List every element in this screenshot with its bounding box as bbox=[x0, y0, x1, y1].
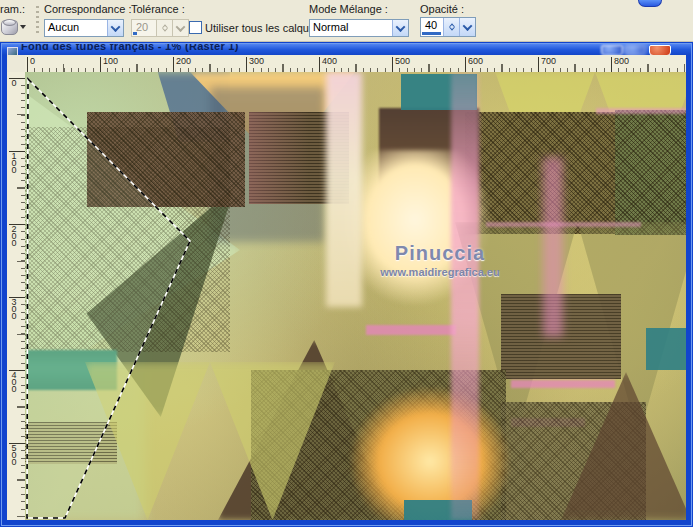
ruler-label: 0 bbox=[30, 56, 35, 66]
opacity-label: Opacité : bbox=[420, 3, 464, 15]
clipped-blue-button bbox=[638, 0, 662, 7]
spin-up-down-icon bbox=[156, 20, 172, 36]
chevron-down-icon[interactable] bbox=[459, 18, 475, 36]
ruler-label: 200 bbox=[176, 56, 191, 66]
ruler-label: 700 bbox=[541, 56, 556, 66]
image-window: Fond des tubes français - 1% (Raster 1) … bbox=[0, 42, 693, 527]
close-button[interactable] bbox=[649, 45, 671, 55]
preset-dropdown-arrow-icon[interactable] bbox=[20, 25, 26, 32]
ruler-label: 300 bbox=[10, 299, 18, 320]
ruler-label: 300 bbox=[249, 56, 264, 66]
ruler-major-tick bbox=[246, 57, 247, 72]
ruler-major-tick bbox=[392, 57, 393, 72]
tolerance-progress-bar bbox=[133, 32, 137, 35]
opacity-progress-bar bbox=[422, 32, 441, 35]
spin-up-down-icon[interactable] bbox=[443, 18, 459, 36]
tolerance-spinner: 20 bbox=[131, 19, 189, 37]
chevron-down-icon[interactable] bbox=[107, 20, 123, 36]
image-window-titlebar[interactable]: Fond des tubes français - 1% (Raster 1) bbox=[2, 43, 691, 55]
toolbar-separator bbox=[36, 6, 39, 35]
ruler-major-tick bbox=[27, 57, 28, 72]
correspondance-select[interactable]: Aucun bbox=[44, 19, 124, 37]
use-all-layers-label: Utiliser tous les calques bbox=[205, 22, 321, 34]
blend-mode-value: Normal bbox=[310, 20, 392, 36]
ruler-label: 200 bbox=[10, 226, 18, 247]
ruler-major-tick bbox=[173, 57, 174, 72]
image-window-content: 0100200300400500600700800 01002003004005… bbox=[7, 55, 686, 520]
clipped-param-label: ram.: bbox=[0, 3, 25, 15]
ruler-major-tick bbox=[538, 57, 539, 72]
ruler-major-tick bbox=[611, 57, 612, 72]
use-all-layers-checkbox[interactable] bbox=[189, 21, 202, 34]
blend-mode-label: Mode Mélange : bbox=[309, 3, 388, 15]
selection-marquee[interactable] bbox=[25, 72, 686, 520]
ruler-label: 100 bbox=[10, 153, 18, 174]
maximize-button[interactable] bbox=[624, 45, 646, 55]
ruler-label: 800 bbox=[614, 56, 629, 66]
vertical-ruler: 0100200300400500 bbox=[7, 72, 26, 520]
tool-options-toolbar: ram.: Correspondance : Aucun Tolérance :… bbox=[0, 0, 693, 42]
ruler-label: 500 bbox=[395, 56, 410, 66]
ruler-label: 0 bbox=[10, 80, 18, 87]
horizontal-ruler: 0100200300400500600700800 bbox=[25, 55, 686, 73]
correspondance-label: Correspondance : bbox=[44, 3, 131, 15]
ruler-label: 400 bbox=[322, 56, 337, 66]
ruler-label: 100 bbox=[103, 56, 118, 66]
ruler-label: 600 bbox=[468, 56, 483, 66]
image-window-title: Fond des tubes français - 1% (Raster 1) bbox=[21, 43, 239, 52]
ruler-label: 500 bbox=[10, 445, 18, 466]
chevron-down-icon bbox=[172, 20, 188, 36]
image-canvas[interactable]: Pinuccia www.maidiregrafica.eu bbox=[25, 72, 686, 520]
ruler-major-tick bbox=[465, 57, 466, 72]
chevron-down-icon[interactable] bbox=[392, 20, 408, 36]
ruler-major-tick bbox=[319, 57, 320, 72]
image-window-icon bbox=[7, 47, 18, 55]
correspondance-value: Aucun bbox=[45, 20, 107, 36]
minimize-button[interactable] bbox=[601, 45, 623, 55]
opacity-value: 40 bbox=[421, 18, 443, 31]
tolerance-label: Tolérance : bbox=[131, 3, 185, 15]
blend-mode-select[interactable]: Normal bbox=[309, 19, 409, 37]
preset-bucket-icon[interactable] bbox=[1, 20, 18, 35]
ruler-corner-box bbox=[7, 55, 26, 73]
ruler-label: 400 bbox=[10, 372, 18, 393]
opacity-spinner[interactable]: 40 bbox=[420, 17, 476, 37]
ruler-major-tick bbox=[100, 57, 101, 72]
